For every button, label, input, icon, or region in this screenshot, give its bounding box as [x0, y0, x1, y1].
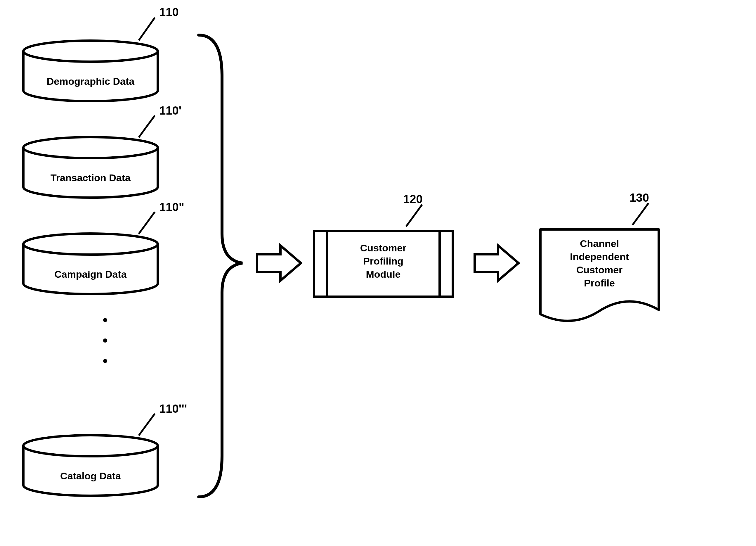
svg-point-8 [103, 359, 107, 363]
module-label-1: Customer [360, 242, 407, 253]
svg-line-15 [632, 203, 649, 225]
module-label-3: Module [366, 268, 401, 280]
module-label-2: Profiling [363, 255, 403, 266]
database-catalog-label: Catalog Data [60, 470, 121, 481]
svg-line-4 [139, 212, 155, 234]
diagram-canvas: 110 Demographic Data 110' Transaction Da… [0, 0, 756, 546]
svg-line-0 [139, 18, 155, 40]
svg-point-6 [103, 318, 107, 322]
svg-point-10 [23, 435, 158, 456]
svg-point-3 [23, 137, 158, 158]
ref-110ppp: 110''' [159, 402, 187, 415]
arrow-to-output [475, 245, 519, 281]
ref-120: 120 [403, 193, 423, 205]
database-transaction-label: Transaction Data [51, 172, 131, 183]
arrow-to-module [257, 245, 301, 281]
module-customer-profiling: 120 Customer Profiling Module [314, 193, 453, 297]
database-campaign-label: Campaign Data [54, 268, 127, 280]
svg-line-11 [406, 204, 422, 226]
ref-130: 130 [630, 191, 649, 204]
output-label-2: Independent [570, 251, 629, 262]
database-transaction: 110' Transaction Data [23, 104, 181, 197]
output-label-1: Channel [580, 238, 619, 249]
output-profile-document: 130 Channel Independent Customer Profile [540, 191, 659, 321]
database-demographic-label: Demographic Data [47, 76, 135, 87]
ref-110: 110 [159, 6, 179, 18]
svg-point-1 [23, 41, 158, 62]
svg-point-5 [23, 233, 158, 254]
ref-110pp: 110" [159, 200, 184, 213]
curly-brace [199, 35, 242, 497]
svg-line-2 [139, 115, 155, 137]
svg-point-7 [103, 339, 107, 343]
database-demographic: 110 Demographic Data [23, 6, 179, 101]
ref-110p: 110' [159, 104, 181, 117]
database-catalog: 110''' Catalog Data [23, 402, 187, 496]
ellipsis-dots [103, 318, 107, 363]
database-campaign: 110" Campaign Data [23, 200, 184, 294]
output-label-3: Customer [576, 264, 623, 276]
svg-line-9 [139, 414, 155, 436]
output-label-4: Profile [584, 278, 615, 289]
